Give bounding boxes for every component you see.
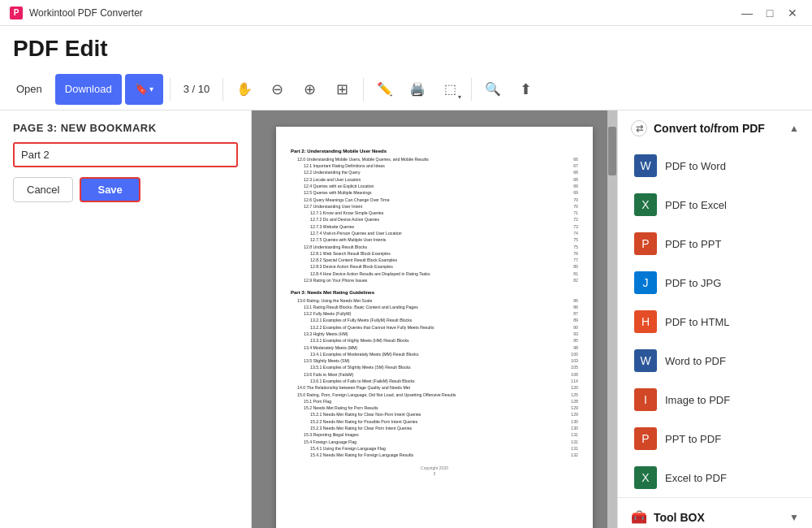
print-button[interactable]: 🖨️ xyxy=(403,75,432,104)
download-button[interactable]: Download xyxy=(55,74,122,105)
table-row: 15.3 Reporting Illegal Images 131 xyxy=(291,432,578,439)
cancel-button[interactable]: Cancel xyxy=(13,177,73,202)
table-row: 15.2.3 Needs Met Rating for Clear Porn I… xyxy=(291,425,578,431)
title-bar-controls: — □ ✕ xyxy=(737,5,802,21)
table-row: 13.1 Rating Result Blocks: Basic Content… xyxy=(291,304,578,310)
table-row: 13.3.1 Examples of Highly Meets (HM) Res… xyxy=(291,338,578,344)
table-row: 13.2.1 Examples of Fully Meets (FullyM) … xyxy=(291,318,578,324)
image-to-pdf-icon: I xyxy=(634,388,657,411)
table-row: 12.7.4 Visit-in-Person Queries and User … xyxy=(291,230,578,236)
convert-chevron-icon: ▲ xyxy=(789,123,799,134)
convert-icon: ⇄ xyxy=(631,120,647,136)
app-icon: P xyxy=(10,6,23,19)
table-row: 12.2 Understanding the Query 68 xyxy=(291,170,578,176)
jpg-icon: J xyxy=(634,271,657,294)
main-content: PAGE 3: NEW BOOKMARK Cancel Save Part 2:… xyxy=(0,110,812,528)
table-row: 13.2.2 Examples of Queries that Cannot H… xyxy=(291,324,578,331)
word-to-pdf-icon: W xyxy=(634,349,657,372)
sidebar-item-pdf-to-jpg[interactable]: J PDF to JPG xyxy=(618,263,812,302)
separator-2 xyxy=(222,78,223,101)
upload-icon: ⬆ xyxy=(520,80,532,98)
sidebar-item-pdf-to-excel[interactable]: X PDF to Excel xyxy=(618,185,812,224)
pdf-part-2-header: Part 2: Understanding Mobile User Needs xyxy=(291,148,578,154)
toolbox-icon: 🧰 xyxy=(631,509,647,525)
table-row: 12.7.2 Do and Device Action Queries 72 xyxy=(291,217,578,223)
page-title: PDF Edit xyxy=(13,36,799,62)
right-sidebar: ⇄ Convert to/from PDF ▲ W PDF to Word X … xyxy=(617,110,812,528)
table-row: 12.6 Query Meanings Can Change Over Time… xyxy=(291,197,578,203)
sidebar-item-word-to-pdf[interactable]: W Word to PDF xyxy=(618,341,812,380)
share-button[interactable]: ⬚ ▾ xyxy=(435,75,464,104)
table-row: 15.0 Rating, Porn, Foreign Language, Did… xyxy=(291,392,578,398)
toolbox-section: 🧰 Tool BOX ▼ xyxy=(618,498,812,528)
close-button[interactable]: ✕ xyxy=(783,5,802,21)
title-bar-title: Workintool PDF Converter xyxy=(29,7,143,19)
table-row: 15.2 Needs Met Rating for Porn Results 1… xyxy=(291,405,578,412)
hand-tool-button[interactable]: ✋ xyxy=(230,75,259,104)
zoom-out-button[interactable]: ⊖ xyxy=(262,75,292,104)
pen-tool-button[interactable]: ✏️ xyxy=(370,75,400,104)
bookmark-actions: Cancel Save xyxy=(0,177,251,215)
pdf-part-3-header: Part 3: Needs Met Rating Guidelines xyxy=(291,289,578,296)
table-row: 12.0 Understanding Mobile Users, Mobile … xyxy=(291,156,578,162)
maximize-button[interactable]: □ xyxy=(760,5,780,21)
pen-icon: ✏️ xyxy=(377,81,393,97)
pdf-copyright: Copyright 2020 3 xyxy=(291,465,578,477)
fit-page-button[interactable]: ⊞ xyxy=(327,75,356,104)
hand-icon: ✋ xyxy=(236,81,253,97)
table-row: 12.5 Queries with Multiple Meanings 69 xyxy=(291,190,578,197)
pdf-viewer-area: Part 2: Understanding Mobile User Needs … xyxy=(252,110,617,528)
pdf-scroll-thumb[interactable] xyxy=(608,127,616,175)
table-row: 12.7.3 Website Queries 73 xyxy=(291,223,578,230)
upload-button[interactable]: ⬆ xyxy=(511,75,540,104)
table-row: 12.8.2 Special Content Result Block Exam… xyxy=(291,258,578,264)
bookmark-name-input[interactable] xyxy=(13,142,238,167)
sidebar-item-ppt-to-pdf[interactable]: P PPT to PDF xyxy=(618,419,812,458)
search-button[interactable]: 🔍 xyxy=(478,75,508,104)
table-row: 13.6 Fails to Meet (FailsM) 108 xyxy=(291,371,578,378)
separator-3 xyxy=(363,78,364,101)
excel-to-pdf-icon: X xyxy=(634,466,657,489)
zoom-in-button[interactable]: ⊕ xyxy=(295,75,324,104)
share-icon: ⬚ xyxy=(444,81,456,97)
table-row: 12.1 Important Rating Definitions and Id… xyxy=(291,163,578,170)
table-row: 12.8.4 How Device Action Results are Dis… xyxy=(291,270,578,277)
table-row: 12.3 Locale and User Location 68 xyxy=(291,176,578,183)
bookmark-input-container xyxy=(0,142,251,177)
sidebar-item-pdf-to-html[interactable]: H PDF to HTML xyxy=(618,302,812,341)
table-row: 13.3 Highly Meets (HM) 93 xyxy=(291,331,578,338)
sidebar-item-image-to-pdf[interactable]: I Image to PDF xyxy=(618,380,812,419)
pdf-scrollbar[interactable] xyxy=(607,110,617,528)
print-icon: 🖨️ xyxy=(409,81,425,97)
convert-section-title: ⇄ Convert to/from PDF xyxy=(631,120,765,136)
table-row: 13.2 Fully Meets (FullyM) 87 xyxy=(291,311,578,318)
excel-icon: X xyxy=(634,193,657,216)
toolbox-title: 🧰 Tool BOX xyxy=(631,509,705,525)
toolbox-chevron-icon: ▼ xyxy=(789,512,799,523)
save-button[interactable]: Save xyxy=(80,177,140,202)
bookmark-button[interactable]: 🔖 ▾ xyxy=(125,74,163,105)
table-row: 13.6.1 Examples of Fails to Meet (FailsM… xyxy=(291,379,578,385)
table-row: 13.4 Moderately Meets (MM) 98 xyxy=(291,344,578,351)
word-icon: W xyxy=(634,154,657,177)
minimize-button[interactable]: — xyxy=(737,5,757,21)
table-row: 12.7 Understanding User Intent 70 xyxy=(291,203,578,210)
sidebar-item-pdf-to-word[interactable]: W PDF to Word xyxy=(618,146,812,185)
table-row: 13.5.1 Examples of Slightly Meets (SM) R… xyxy=(291,365,578,371)
convert-section-header[interactable]: ⇄ Convert to/from PDF ▲ xyxy=(618,110,812,146)
open-button[interactable]: Open xyxy=(6,74,52,105)
bookmark-header: PAGE 3: NEW BOOKMARK xyxy=(0,110,251,142)
table-row: 15.4.1 Using the Foreign Language Flag 1… xyxy=(291,445,578,452)
title-bar: P Workintool PDF Converter — □ ✕ xyxy=(0,0,812,26)
table-row: 14.0 The Relationship between Page Quali… xyxy=(291,385,578,392)
ppt-icon: P xyxy=(634,232,657,255)
sidebar-item-pdf-to-ppt[interactable]: P PDF to PPT xyxy=(618,224,812,263)
fit-page-icon: ⊞ xyxy=(336,80,348,98)
search-icon: 🔍 xyxy=(485,81,501,97)
table-row: 13.4.1 Examples of Moderately Meets (MM)… xyxy=(291,351,578,357)
table-row: 12.8.1 Web Search Result Block Examples … xyxy=(291,250,578,257)
separator-1 xyxy=(170,78,171,101)
toolbox-section-header[interactable]: 🧰 Tool BOX ▼ xyxy=(618,498,812,528)
sidebar-item-excel-to-pdf[interactable]: X Excel to PDF xyxy=(618,458,812,497)
ppt-to-pdf-icon: P xyxy=(634,427,657,450)
